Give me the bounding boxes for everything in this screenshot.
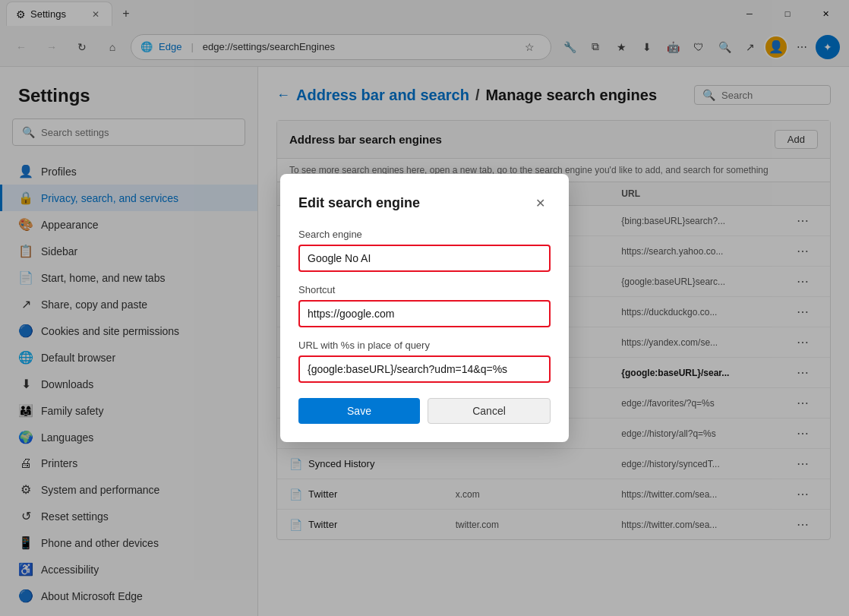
shortcut-field-group: Shortcut (298, 284, 551, 327)
search-engine-field-group: Search engine (298, 229, 551, 272)
edit-search-engine-dialog: Edit search engine ✕ Search engine Short… (280, 174, 569, 442)
dialog-header: Edit search engine ✕ (298, 192, 551, 213)
dialog-actions: Save Cancel (298, 398, 551, 424)
search-engine-label: Search engine (298, 229, 551, 240)
dialog-title: Edit search engine (298, 195, 420, 211)
shortcut-label: Shortcut (298, 284, 551, 295)
dialog-overlay: Edit search engine ✕ Search engine Short… (0, 0, 849, 616)
save-button[interactable]: Save (298, 398, 420, 424)
dialog-close-button[interactable]: ✕ (529, 192, 551, 213)
url-input[interactable] (298, 355, 551, 383)
cancel-button[interactable]: Cancel (428, 398, 551, 424)
search-engine-input[interactable] (298, 245, 551, 272)
url-field-group: URL with %s in place of query (298, 340, 551, 383)
url-label: URL with %s in place of query (298, 340, 551, 351)
shortcut-input[interactable] (298, 300, 551, 327)
